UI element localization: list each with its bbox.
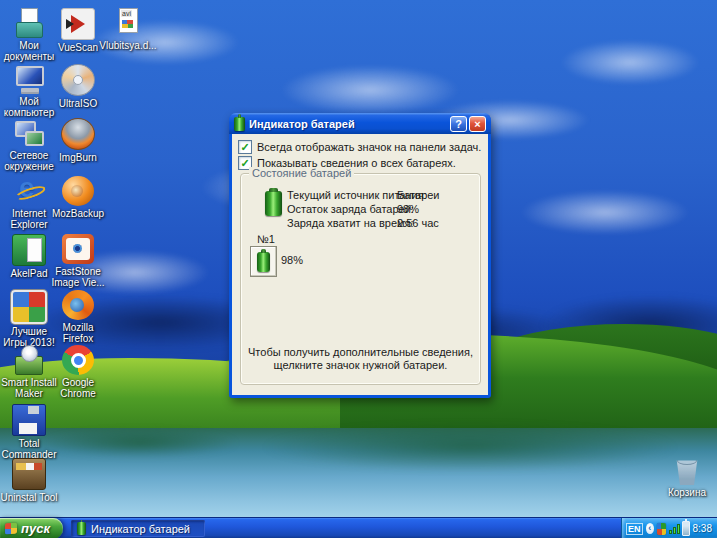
status-label: Заряда хватит на время: (287, 217, 414, 229)
desktop-icon-faststone[interactable]: FastStone Image Vie... (49, 234, 107, 288)
desktop-icon-label: Uninstal Tool (0, 492, 58, 503)
window-battery-icon (234, 117, 245, 131)
window-title: Индикатор батарей (249, 118, 448, 130)
taskbar: пуск Индикатор батарей EN ‹ 8:38 (0, 517, 717, 538)
taskbar-button-battery-indicator[interactable]: Индикатор батарей (71, 520, 205, 537)
water-reflection (40, 428, 240, 458)
status-value: 2:56 час (397, 217, 439, 229)
desktop-icon-label: Total Commander (0, 438, 58, 460)
battery-status-group: Состояние батарей Текущий источник питан… (240, 173, 481, 385)
cloud (560, 40, 700, 85)
akelpad-icon (12, 234, 46, 266)
status-value-power-source: Батареи (397, 189, 440, 201)
battery-large-icon (265, 191, 282, 216)
task-battery-icon (77, 522, 86, 535)
footer-line-1: Чтобы получить дополнительные сведения, (241, 346, 480, 359)
desktop-icon-label: ImgBurn (49, 152, 107, 163)
desktop-icon-imgburn[interactable]: ImgBurn (49, 118, 107, 163)
close-button[interactable]: × (469, 116, 486, 132)
avi-badge: avi (121, 10, 132, 17)
vuescan-icon (61, 8, 95, 40)
desktop-icon-label: FastStone Image Vie... (49, 266, 107, 288)
imgburn-icon (61, 118, 95, 150)
tray-signal-strength-icon[interactable] (669, 523, 679, 535)
windows-flag-icon (5, 523, 17, 535)
help-button[interactable]: ? (450, 116, 467, 132)
desktop-icon-ultraiso[interactable]: UltraISO (49, 64, 107, 109)
desktop-icon-mozbackup[interactable]: MozBackup (49, 176, 107, 219)
checkbox-checked-icon[interactable]: ✓ (238, 140, 252, 154)
desktop-icon-firefox[interactable]: Mozilla Firefox (49, 290, 107, 344)
water-reflection (260, 422, 680, 472)
faststone-viewer-icon (62, 234, 94, 264)
smart-install-maker-icon (13, 345, 45, 375)
checkbox-show-taskbar-icon[interactable]: ✓ Всегда отображать значок на панели зад… (238, 140, 481, 154)
network-places-icon (13, 118, 45, 148)
status-value: 98% (397, 203, 419, 215)
tray-battery-meter-icon[interactable] (657, 523, 666, 535)
hide-icons-chevron-icon[interactable]: ‹ (646, 523, 654, 534)
desktop-icon-label: UltraISO (49, 98, 107, 109)
start-button-label: пуск (21, 521, 50, 536)
desktop-icon-label: Корзина (658, 487, 716, 498)
chrome-icon (62, 345, 94, 375)
status-value: Батареи (397, 189, 440, 201)
checkbox-label: Всегда отображать значок на панели задач… (257, 141, 481, 153)
total-commander-icon (12, 404, 46, 436)
battery-number-label: №1 (257, 233, 275, 245)
status-row-charge-remaining: Остаток заряда батарей: (287, 203, 414, 215)
task-button-label: Индикатор батарей (91, 523, 190, 535)
recycle-bin-icon (671, 455, 703, 485)
my-documents-icon (13, 8, 45, 38)
battery-1-button[interactable] (250, 246, 277, 277)
my-computer-icon (13, 64, 45, 94)
internet-explorer-icon (13, 176, 45, 206)
desktop-icon-label: Vlubitsya.d... (99, 40, 157, 51)
uninstall-tool-icon (12, 458, 46, 490)
language-indicator[interactable]: EN (626, 523, 643, 535)
ultraiso-disc-icon (61, 64, 95, 96)
battery-indicator-window: Индикатор батарей ? × ✓ Всегда отображат… (229, 113, 491, 398)
avi-file-icon: avi (112, 8, 144, 38)
start-button[interactable]: пуск (0, 518, 63, 538)
desktop-icon-total-commander[interactable]: Total Commander (0, 404, 58, 460)
firefox-icon (62, 290, 94, 320)
status-label: Остаток заряда батарей: (287, 203, 414, 215)
games-cube-icon (11, 290, 47, 324)
wallpaper-water (0, 428, 717, 517)
battery-small-icon (257, 252, 270, 272)
taskbar-clock[interactable]: 8:38 (693, 523, 712, 534)
tray-battery-icon[interactable] (682, 521, 690, 536)
mozbackup-icon (62, 176, 94, 206)
battery-percent-label: 98% (281, 254, 303, 266)
desktop-icon-recycle-bin[interactable]: Корзина (658, 455, 716, 498)
status-row-time-remaining: Заряда хватит на время: (287, 217, 414, 229)
desktop-icon-vlubitsya-file[interactable]: avi Vlubitsya.d... (99, 8, 157, 51)
system-tray: EN ‹ 8:38 (621, 518, 717, 538)
status-value-time-remaining: 2:56 час (397, 217, 439, 229)
desktop-icon-label: Mozilla Firefox (49, 322, 107, 344)
window-titlebar[interactable]: Индикатор батарей ? × (229, 113, 491, 134)
desktop-icon-uninstall-tool[interactable]: Uninstal Tool (0, 458, 58, 503)
desktop-icon-chrome[interactable]: Google Chrome (49, 345, 107, 399)
cloud (520, 190, 690, 235)
group-title: Состояние батарей (249, 167, 354, 179)
group-footer-hint: Чтобы получить дополнительные сведения, … (241, 346, 480, 372)
window-body: ✓ Всегда отображать значок на панели зад… (232, 134, 488, 395)
desktop-icon-label: MozBackup (49, 208, 107, 219)
desktop-icon-label: Google Chrome (49, 377, 107, 399)
footer-line-2: щелкните значок нужной батареи. (241, 359, 480, 372)
desktop: Мои документы VueScan avi Vlubitsya.d...… (0, 0, 717, 538)
status-value-charge-remaining: 98% (397, 203, 419, 215)
